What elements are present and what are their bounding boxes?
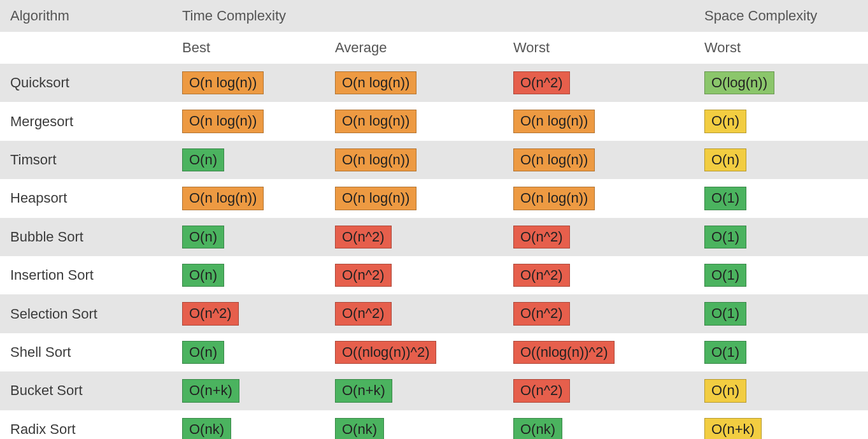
space-cell: O(1) [694, 218, 868, 256]
complexity-chip: O(1) [704, 226, 746, 248]
complexity-chip: O(n^2) [513, 379, 570, 402]
complexity-chip: O(n) [704, 110, 746, 133]
complexity-chip: O(n^2) [513, 264, 570, 287]
avg-cell: O(n log(n)) [325, 141, 503, 179]
best-cell: O(n^2) [172, 294, 325, 333]
table-row: Insertion SortO(n)O(n^2)O(n^2)O(1) [0, 256, 868, 294]
best-cell: O(n log(n)) [172, 102, 325, 140]
complexity-chip: O(n log(n)) [335, 187, 416, 210]
complexity-chip: O(n) [704, 379, 746, 402]
complexity-chip: O(n log(n)) [513, 187, 595, 210]
space-cell: O(n) [694, 102, 868, 140]
algo-name: Bucket Sort [0, 371, 172, 410]
header-row-1: Algorithm Time Complexity Space Complexi… [0, 0, 868, 32]
best-cell: O(n log(n)) [172, 179, 325, 217]
avg-cell: O(n^2) [325, 218, 503, 256]
complexity-chip: O((nlog(n))^2) [513, 341, 615, 364]
complexity-chip: O(nk) [335, 418, 384, 439]
avg-cell: O((nlog(n))^2) [325, 333, 503, 371]
complexity-chip: O(n log(n)) [335, 148, 416, 171]
avg-cell: O(n+k) [325, 371, 503, 410]
best-cell: O(n+k) [172, 371, 325, 410]
complexity-chip: O(1) [704, 341, 746, 364]
complexity-chip: O(n log(n)) [335, 110, 416, 133]
col-space-complexity: Space Complexity [694, 0, 868, 32]
col-blank [0, 32, 172, 64]
algo-name: Shell Sort [0, 333, 172, 371]
table-row: Selection SortO(n^2)O(n^2)O(n^2)O(1) [0, 294, 868, 333]
best-cell: O(n log(n)) [172, 64, 325, 102]
complexity-chip: O(log(n)) [704, 71, 774, 94]
complexity-chip: O(n^2) [335, 264, 392, 287]
space-cell: O(1) [694, 294, 868, 333]
complexity-chip: O(nk) [182, 418, 231, 439]
complexity-table: Algorithm Time Complexity Space Complexi… [0, 0, 868, 439]
space-cell: O(n) [694, 141, 868, 179]
complexity-chip: O(n^2) [335, 226, 392, 248]
complexity-chip: O(n) [182, 264, 224, 287]
complexity-chip: O(n) [182, 148, 224, 171]
avg-cell: O(n log(n)) [325, 179, 503, 217]
complexity-chip: O(n) [704, 148, 746, 171]
complexity-chip: O(n^2) [513, 71, 570, 94]
complexity-chip: O(n log(n)) [182, 71, 264, 94]
complexity-chip: O(n log(n)) [335, 71, 416, 94]
col-algorithm: Algorithm [0, 0, 172, 32]
complexity-chip: O(n^2) [513, 302, 570, 325]
best-cell: O(n) [172, 141, 325, 179]
avg-cell: O(nk) [325, 410, 503, 439]
space-cell: O(1) [694, 179, 868, 217]
worst-cell: O(n^2) [503, 294, 694, 333]
header-row-2: Best Average Worst Worst [0, 32, 868, 64]
col-space-worst: Worst [694, 32, 868, 64]
worst-cell: O(n^2) [503, 218, 694, 256]
complexity-chip: O((nlog(n))^2) [335, 341, 436, 364]
table-row: TimsortO(n)O(n log(n))O(n log(n))O(n) [0, 141, 868, 179]
complexity-chip: O(1) [704, 302, 746, 325]
algo-name: Quicksort [0, 64, 172, 102]
space-cell: O(n) [694, 371, 868, 410]
table-row: Shell SortO(n)O((nlog(n))^2)O((nlog(n))^… [0, 333, 868, 371]
space-cell: O(1) [694, 333, 868, 371]
complexity-chip: O(n^2) [513, 226, 570, 248]
complexity-chip: O(n+k) [335, 379, 392, 402]
worst-cell: O(n log(n)) [503, 141, 694, 179]
complexity-chip: O(n log(n)) [513, 148, 595, 171]
complexity-chip: O(n log(n)) [182, 110, 264, 133]
worst-cell: O(n log(n)) [503, 179, 694, 217]
complexity-chip: O(n^2) [182, 302, 239, 325]
table-row: QuicksortO(n log(n))O(n log(n))O(n^2)O(l… [0, 64, 868, 102]
complexity-chip: O(n+k) [182, 379, 239, 402]
algo-name: Mergesort [0, 102, 172, 140]
complexity-chip: O(n log(n)) [182, 187, 264, 210]
complexity-chip: O(n^2) [335, 302, 392, 325]
col-best: Best [172, 32, 325, 64]
complexity-chip: O(n) [182, 226, 224, 248]
complexity-chip: O(n) [182, 341, 224, 364]
table-row: Radix SortO(nk)O(nk)O(nk)O(n+k) [0, 410, 868, 439]
best-cell: O(n) [172, 256, 325, 294]
worst-cell: O((nlog(n))^2) [503, 333, 694, 371]
algo-name: Bubble Sort [0, 218, 172, 256]
worst-cell: O(nk) [503, 410, 694, 439]
worst-cell: O(n^2) [503, 371, 694, 410]
col-average: Average [325, 32, 503, 64]
algo-name: Selection Sort [0, 294, 172, 333]
avg-cell: O(n log(n)) [325, 64, 503, 102]
worst-cell: O(n log(n)) [503, 102, 694, 140]
col-worst: Worst [503, 32, 694, 64]
table-row: Bucket SortO(n+k)O(n+k)O(n^2)O(n) [0, 371, 868, 410]
best-cell: O(n) [172, 218, 325, 256]
complexity-chip: O(1) [704, 187, 746, 210]
complexity-chip: O(1) [704, 264, 746, 287]
complexity-chip: O(n+k) [704, 418, 762, 439]
avg-cell: O(n^2) [325, 294, 503, 333]
avg-cell: O(n^2) [325, 256, 503, 294]
algo-name: Radix Sort [0, 410, 172, 439]
table-row: Bubble SortO(n)O(n^2)O(n^2)O(1) [0, 218, 868, 256]
table-row: HeapsortO(n log(n))O(n log(n))O(n log(n)… [0, 179, 868, 217]
algo-name: Insertion Sort [0, 256, 172, 294]
best-cell: O(n) [172, 333, 325, 371]
space-cell: O(1) [694, 256, 868, 294]
worst-cell: O(n^2) [503, 64, 694, 102]
